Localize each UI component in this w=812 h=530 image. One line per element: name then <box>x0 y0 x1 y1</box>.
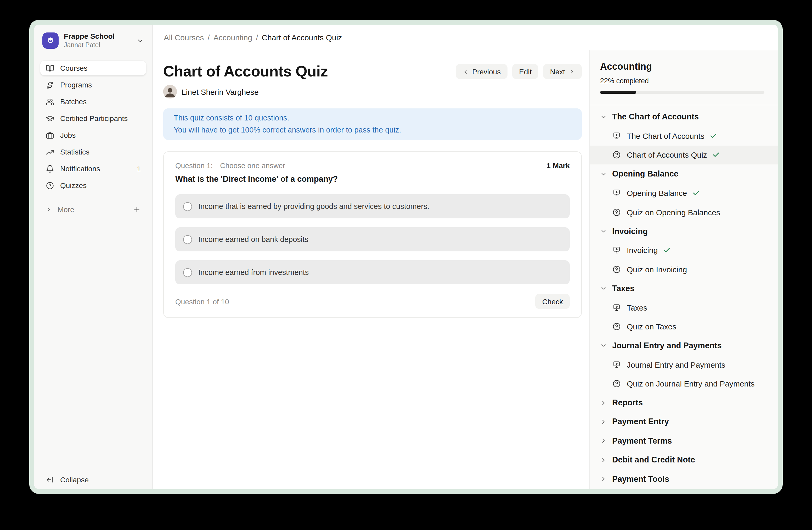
check-icon <box>692 189 700 197</box>
sidebar-item-courses[interactable]: Courses <box>40 61 146 75</box>
course-title: Accounting <box>600 61 768 72</box>
previous-button[interactable]: Previous <box>455 64 508 79</box>
edit-button[interactable]: Edit <box>512 64 538 79</box>
answer-option-1[interactable]: Income that is earned by providing goods… <box>175 194 570 219</box>
outline-item-label: Opening Balance <box>612 169 678 179</box>
outline-chapter-opening-balance[interactable]: Opening Balance <box>590 165 778 184</box>
answer-option-label: Income earned on bank deposits <box>198 235 308 243</box>
sidebar-item-batches[interactable]: Batches <box>40 94 146 109</box>
breadcrumb-item-accounting[interactable]: Accounting <box>214 33 252 42</box>
outline-chapter-payment-terms[interactable]: Payment Terms <box>590 431 778 450</box>
course-outline-sidebar: Accounting 22% completed The Chart of Ac… <box>589 50 778 489</box>
outline-chapter-invoicing[interactable]: Invoicing <box>590 222 778 241</box>
chevron-down-icon[interactable] <box>136 37 144 44</box>
question-text: What is the 'Direct Income' of a company… <box>175 174 570 184</box>
outline-item-invoicing[interactable]: Invoicing <box>590 241 778 260</box>
book-open-icon <box>45 64 54 72</box>
outline-item-label: Payment Entry <box>612 417 669 427</box>
breadcrumb-item-all-courses[interactable]: All Courses <box>164 33 204 42</box>
outline-chapter-payment-entry[interactable]: Payment Entry <box>590 413 778 432</box>
question-header: Question 1: Choose one answer 1 Mark <box>175 161 570 170</box>
sidebar-item-quizzes[interactable]: Quizzes <box>40 178 146 193</box>
outline-item-label: Reports <box>612 398 643 407</box>
sidebar-item-jobs[interactable]: Jobs <box>40 128 146 142</box>
breadcrumb-separator: / <box>256 33 258 42</box>
chevron-down-icon <box>600 171 607 178</box>
sidebar-item-label: Programs <box>60 81 92 89</box>
users-icon <box>45 97 54 106</box>
question-marks: 1 Mark <box>547 161 570 170</box>
progress-bar <box>600 91 764 94</box>
outline-chapter-the-chart-of-accounts[interactable]: The Chart of Accounts <box>590 107 778 126</box>
sidebar-item-notifications[interactable]: Notifications1 <box>40 161 146 176</box>
outline-item-the-chart-of-accounts[interactable]: The Chart of Accounts <box>590 126 778 145</box>
sidebar-item-label: Batches <box>60 97 87 106</box>
sidebar-nav: CoursesProgramsBatchesCertified Particip… <box>40 61 146 193</box>
answer-option-2[interactable]: Income earned on bank deposits <box>175 227 570 251</box>
sidebar-item-certified-participants[interactable]: Certified Participants <box>40 111 146 126</box>
outline-item-quiz-on-opening-balances[interactable]: Quiz on Opening Balances <box>590 203 778 222</box>
outline-chapter-taxes[interactable]: Taxes <box>590 279 778 298</box>
chevron-down-icon <box>600 113 607 120</box>
next-button[interactable]: Next <box>543 64 582 79</box>
outline-item-taxes[interactable]: Taxes <box>590 298 778 317</box>
sidebar-item-label: Jobs <box>60 131 76 139</box>
collapse-sidebar-button[interactable]: Collapse <box>45 476 89 484</box>
sidebar-item-more[interactable]: More <box>40 202 146 217</box>
help-circle-icon <box>612 379 621 388</box>
user-name: Jannat Patel <box>64 41 115 49</box>
graduation-cap-icon <box>45 114 54 123</box>
question-number-label: Question 1: <box>175 161 213 170</box>
frappe-school-logo-icon <box>42 32 59 49</box>
route-icon <box>45 80 54 89</box>
help-circle-icon <box>612 322 621 331</box>
collapse-label: Collapse <box>60 476 89 484</box>
outline-item-opening-balance[interactable]: Opening Balance <box>590 184 778 203</box>
outline-item-label: Quiz on Taxes <box>627 322 677 331</box>
sidebar-item-statistics[interactable]: Statistics <box>40 144 146 159</box>
radio-button[interactable] <box>183 268 192 277</box>
sidebar-item-programs[interactable]: Programs <box>40 78 146 92</box>
workspace-switcher[interactable]: Frappe School Jannat Patel <box>40 32 146 49</box>
breadcrumb-separator: / <box>207 33 209 42</box>
outline-chapter-reports[interactable]: Reports <box>590 393 778 413</box>
presentation-play-icon <box>612 189 621 198</box>
chevron-down-icon <box>600 285 607 292</box>
banner-line-1: This quiz consists of 10 questions. <box>174 112 571 124</box>
outline-chapter-payment-tools[interactable]: Payment Tools <box>590 470 778 489</box>
check-icon <box>663 247 671 254</box>
outline-list: The Chart of AccountsThe Chart of Accoun… <box>590 105 778 489</box>
lms-app: Frappe School Jannat Patel CoursesProgra… <box>34 25 778 489</box>
radio-button[interactable] <box>183 202 192 211</box>
briefcase-icon <box>45 131 54 140</box>
main-header: Chart of Accounts Quiz Previous Edit <box>163 63 582 80</box>
plus-icon[interactable] <box>133 206 141 213</box>
avatar <box>163 85 177 98</box>
question-instruction: Choose one answer <box>220 161 285 170</box>
sidebar-item-label: Courses <box>60 64 87 72</box>
outline-item-label: Payment Tools <box>612 474 669 484</box>
outline-item-chart-of-accounts-quiz[interactable]: Chart of Accounts Quiz <box>590 145 778 165</box>
answer-option-3[interactable]: Income earned from investments <box>175 260 570 284</box>
outline-item-quiz-on-invoicing[interactable]: Quiz on Invoicing <box>590 260 778 279</box>
outline-chapter-journal-entry-and-payments[interactable]: Journal Entry and Payments <box>590 336 778 355</box>
check-button[interactable]: Check <box>536 294 570 309</box>
outline-item-label: Quiz on Invoicing <box>627 265 687 274</box>
answer-options: Income that is earned by providing goods… <box>175 194 570 284</box>
chevron-right-icon <box>569 68 575 75</box>
outline-chapter-debit-and-credit-note[interactable]: Debit and Credit Note <box>590 450 778 470</box>
outline-item-quiz-on-taxes[interactable]: Quiz on Taxes <box>590 317 778 336</box>
outline-item-journal-entry-and-payments[interactable]: Journal Entry and Payments <box>590 355 778 374</box>
collapse-icon <box>45 476 54 484</box>
outline-item-quiz-on-journal-entry-and-payments[interactable]: Quiz on Journal Entry and Payments <box>590 374 778 393</box>
presentation-play-icon <box>612 131 621 140</box>
question-card: Question 1: Choose one answer 1 Mark Wha… <box>163 151 582 318</box>
radio-button[interactable] <box>183 235 192 244</box>
help-circle-icon <box>45 181 54 190</box>
presentation-play-icon <box>612 246 621 255</box>
author-name: Linet Sherin Varghese <box>182 87 259 96</box>
author-row: Linet Sherin Varghese <box>163 85 589 98</box>
chevron-right-icon <box>600 457 607 463</box>
outline-item-label: Journal Entry and Payments <box>612 341 722 350</box>
page-title: Chart of Accounts Quiz <box>163 63 328 80</box>
